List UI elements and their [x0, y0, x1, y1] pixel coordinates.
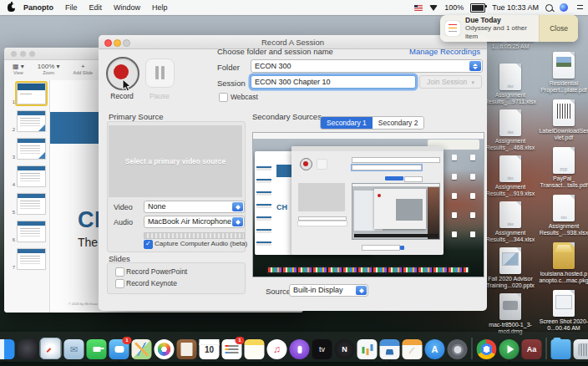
safari-icon[interactable] [40, 338, 62, 359]
capture-audio-checkbox[interactable] [144, 240, 153, 249]
close-icon[interactable] [11, 51, 17, 57]
stepper-icon[interactable] [232, 217, 243, 226]
folder-select[interactable]: ECON 300 [251, 59, 483, 73]
webcast-checkbox[interactable] [219, 93, 228, 102]
add-slide-button[interactable]: + Add Slide [74, 63, 94, 75]
slide-thumbnail[interactable] [17, 138, 46, 160]
tab-secondary-2[interactable]: Secondary 2 [373, 117, 424, 129]
finder-icon[interactable] [0, 339, 15, 359]
siri-icon[interactable] [560, 3, 568, 12]
slide-thumbnail[interactable] [17, 165, 46, 187]
plus-icon: + [81, 63, 85, 70]
mini-file-icon [452, 174, 457, 180]
chevron-down-icon[interactable] [469, 61, 481, 71]
stepper-icon[interactable] [356, 286, 367, 295]
video-select[interactable]: None [144, 201, 245, 213]
view-button[interactable]: ▦ ▾ View [13, 63, 24, 75]
source-value: Built-in Display [293, 286, 343, 294]
desktop-icon-pptx[interactable]: Fall 2020 Advisor Training...020.pptx [484, 247, 537, 289]
mail-icon[interactable] [64, 339, 84, 359]
sysprefs-icon[interactable] [448, 339, 468, 359]
launchpad-icon[interactable] [18, 339, 38, 359]
desktop-icon-label: Assignment Results_...938.xlsx [537, 223, 588, 236]
dialog-title: Record A Session [99, 38, 487, 47]
audio-select[interactable]: MacBook Air Microphone [144, 216, 245, 228]
podcasts-icon[interactable] [290, 339, 310, 359]
join-session-button[interactable]: Join Session [419, 75, 482, 89]
desktop-icon-xlsx[interactable]: Assignment Results_...938.xlsx [537, 195, 588, 236]
notification-center-icon[interactable] [575, 4, 583, 11]
input-language-flag-icon[interactable] [414, 5, 423, 11]
apple-menu-icon[interactable] [8, 3, 15, 12]
slide-thumbnail[interactable] [17, 110, 46, 132]
trash-icon[interactable] [574, 339, 588, 359]
desktop-icon-xlsx[interactable]: Assignment Results_...468.xlsx [484, 109, 537, 151]
chrome-icon[interactable] [477, 339, 497, 359]
folder-icon[interactable] [551, 339, 571, 359]
appletv-icon[interactable]: tv [312, 339, 332, 359]
notification-close-button[interactable]: Close [539, 15, 578, 42]
itunes-icon[interactable]: ♫ [267, 339, 287, 359]
slide-number: 6 [4, 237, 17, 242]
desktop-icon-pdfimg[interactable]: Residential Propert...plate.pdf [537, 52, 588, 94]
slide-thumbnail[interactable] [17, 83, 46, 104]
desktop-icon-xlsx[interactable]: Assignment Results_...9711.xlsx [484, 64, 537, 105]
panopto-icon[interactable] [499, 339, 520, 359]
menu-help[interactable]: Help [152, 3, 168, 12]
wifi-icon[interactable] [429, 5, 438, 11]
reminders-icon[interactable]: 1 [222, 339, 242, 359]
desktop-icon-pdfbar[interactable]: LabelDownloadSer vlet.pdf [537, 99, 588, 141]
slide-thumbnail[interactable] [17, 221, 46, 242]
menu-edit[interactable]: Edit [89, 3, 103, 12]
record-keynote-checkbox[interactable] [115, 279, 124, 288]
pages-icon[interactable] [403, 339, 423, 359]
desktop-icon-pdf[interactable]: PayPal_ Transact...tails.pdf [537, 147, 588, 189]
desktop-icon-pkg[interactable]: louisiana.hosted.p anopto.c...mac.pkg [537, 242, 588, 284]
desktop-icon-xlsx[interactable]: Assignment Results_...344.xlsx [484, 201, 537, 243]
primary-video-preview: Select a primary video source [109, 125, 242, 197]
menu-clock[interactable]: Tue 10:33 AM [492, 3, 539, 12]
appstore-icon[interactable]: A [425, 339, 445, 359]
pdf-file-icon [553, 147, 575, 174]
photos-icon[interactable] [155, 339, 175, 359]
shot-file-icon [553, 290, 575, 317]
dialog-header: Choose folder and session name [217, 47, 333, 56]
maps-icon[interactable] [132, 339, 152, 359]
battery-icon[interactable] [470, 3, 485, 13]
desktop-icon-xlsx[interactable]: Assignment Results_...919.xlsx [484, 155, 537, 197]
source-select[interactable]: Built-in Display [289, 284, 368, 297]
pause-button[interactable] [145, 58, 175, 88]
facetime-icon[interactable] [87, 339, 107, 359]
menu-window[interactable]: Window [114, 3, 140, 12]
minimize-icon[interactable] [20, 51, 26, 57]
messages-icon[interactable]: 1 [109, 339, 129, 359]
video-label: Video [114, 203, 133, 211]
desktop-icon-label: Fall 2020 Advisor Training...020.pptx [484, 276, 537, 289]
desktop-icon-shot[interactable]: Screen Shot 2020-0...00.46 AM [537, 290, 588, 332]
slide-number: 5 [4, 210, 17, 215]
news-icon[interactable]: N [335, 339, 355, 359]
zoom-button[interactable]: 100% ▾ Zoom [38, 63, 60, 75]
tab-secondary-1[interactable]: Secondary 1 [321, 117, 373, 129]
notes-icon[interactable] [245, 339, 265, 359]
app-menu[interactable]: Panopto [23, 3, 53, 12]
record-powerpoint-checkbox[interactable] [115, 267, 124, 277]
manage-recordings-link[interactable]: Manage Recordings [409, 47, 480, 56]
keynote-icon[interactable] [380, 339, 400, 359]
spotlight-icon[interactable] [545, 4, 553, 12]
desktop-icon-dmg[interactable]: mac-tr8500-1_3-mcd.dmg [484, 293, 537, 335]
session-input[interactable]: ECON 300 Chapter 10 [251, 75, 416, 89]
calendar-icon[interactable]: 10 [200, 339, 220, 359]
desktop-icon-label: louisiana.hosted.p anopto.c...mac.pkg [537, 271, 588, 284]
slide-thumbnail-row: 5 [4, 193, 49, 215]
numbers-icon[interactable] [357, 339, 378, 359]
fullscreen-icon[interactable] [29, 51, 35, 57]
dictionary-icon[interactable]: Aa [522, 339, 542, 359]
slide-thumbnail[interactable] [17, 193, 46, 215]
slide-thumbnail[interactable] [17, 248, 46, 270]
menu-file[interactable]: File [65, 3, 78, 12]
contacts-icon[interactable] [177, 339, 197, 359]
running-indicator [118, 361, 120, 363]
stepper-icon[interactable] [232, 202, 243, 211]
desktop-icon-label: LabelDownloadSer vlet.pdf [537, 128, 588, 141]
